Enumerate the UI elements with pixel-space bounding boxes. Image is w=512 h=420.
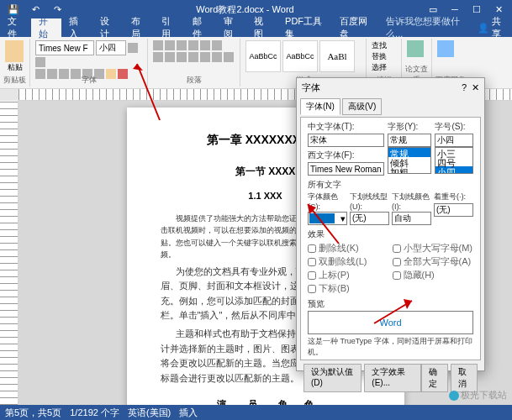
hidden-check[interactable]: 隐藏(H) [393,269,474,281]
super-check[interactable]: 上标(P) [308,269,389,281]
align-left-icon[interactable] [153,52,163,62]
group-font: 字体 [30,75,147,86]
cn-font-input[interactable]: 宋体 [308,134,384,147]
bullets-icon[interactable] [153,40,163,50]
dialog-title: 字体 [302,81,320,94]
west-font-input[interactable]: Times New Roman [308,162,384,176]
cancel-button[interactable]: 取消 [451,364,478,392]
numbering-icon[interactable] [165,40,175,50]
dialog-tab-font[interactable]: 字体(N) [300,98,340,115]
baidu-save-icon[interactable] [437,40,454,57]
emphasis-label: 着重号(·): [434,192,473,202]
effects-label: 效果 [308,228,473,240]
status-insert[interactable]: 插入 [179,407,198,419]
font-note: 这是一种 TrueType 字体，同时适用于屏幕和打印机。 [308,334,473,360]
indent-right-icon[interactable] [200,40,210,50]
smallcaps-check[interactable]: 小型大写字母(M) [393,242,474,255]
text-effects-button[interactable]: 文字效果(E)... [364,364,421,392]
status-lang[interactable]: 英语(美国) [128,407,171,419]
indent-left-icon[interactable] [188,40,198,50]
watermark: 极光下载站 [449,389,507,402]
shrink-font-icon[interactable] [35,57,45,67]
tab-file[interactable]: 文件 [0,18,31,37]
window-title: Word教程2.docx - Word [67,3,423,16]
style-input[interactable]: 常规 [388,134,431,147]
line-spacing-icon[interactable] [200,52,210,62]
font-dialog: 字体 ? ✕ 字体(N) 高级(V) 中文字体(T): 宋体 西文字体(F): … [296,77,485,371]
size-label: 字号(S): [435,121,473,133]
size-input[interactable]: 小四 [435,134,473,147]
tab-mailings[interactable]: 邮件 [185,18,216,37]
preview-box: Word [308,311,473,334]
all-text-label: 所有文字 [308,179,473,191]
dstrike-check[interactable]: 双删除线(L) [308,255,389,268]
style-list[interactable]: 常规 倾斜 加粗 [388,147,431,174]
find-button[interactable]: 查找 [372,40,396,51]
tab-design[interactable]: 设计 [92,18,124,37]
dialog-close-icon[interactable]: ✕ [472,82,479,93]
shading-icon[interactable] [212,52,222,62]
share-button[interactable]: 👤共享 [471,15,512,40]
default-button[interactable]: 设为默认值(D) [304,364,362,392]
ucolor-select[interactable]: 自动 [392,212,431,225]
style-label: 字形(Y): [388,121,431,133]
ucolor-label: 下划线颜色(I): [392,192,431,211]
dialog-tab-advanced[interactable]: 高级(V) [342,98,382,115]
share-icon: 👤 [478,23,489,34]
style-normal[interactable]: AaBbCc [245,40,281,72]
group-paragraph: 段落 [148,75,240,86]
font-size-input[interactable]: 小四 [96,40,126,55]
style-nospace[interactable]: AaBbCc [282,40,318,72]
status-page[interactable]: 第5页，共5页 [5,407,61,419]
tab-references[interactable]: 引用 [154,18,185,37]
align-justify-icon[interactable] [188,52,198,62]
tab-view[interactable]: 视图 [246,18,277,37]
dialog-help-icon[interactable]: ? [462,82,467,93]
plagiarism-icon[interactable] [407,40,424,57]
preview-label: 预览 [308,298,473,310]
tab-insert[interactable]: 插入 [61,18,92,37]
sub-check[interactable]: 下标(B) [308,282,389,295]
multilevel-icon[interactable] [177,40,187,50]
underline-select[interactable]: (无) [350,212,389,225]
watermark-logo-icon [449,391,459,401]
tab-review[interactable]: 审阅 [216,18,247,37]
strike-check[interactable]: 删除线(K) [308,242,389,255]
vertical-ruler[interactable] [0,101,18,412]
select-button[interactable]: 选择 [372,62,396,73]
cn-font-label: 中文字体(T): [308,121,384,133]
allcaps-check[interactable]: 全部大写字母(A) [393,255,474,268]
underline-label: 下划线线型(U): [350,192,389,211]
status-words[interactable]: 1/2192 个字 [70,407,119,419]
color-label: 字体颜色(C): [308,192,347,211]
west-font-label: 西文字体(F): [308,150,384,161]
align-center-icon[interactable] [165,52,175,62]
align-right-icon[interactable] [177,52,187,62]
sort-icon[interactable] [212,40,222,50]
ok-button[interactable]: 确定 [421,364,448,392]
tab-home[interactable]: 开始 [31,18,62,37]
tab-pdf[interactable]: PDF工具集 [277,18,332,37]
font-color-select[interactable]: ▾ [308,212,347,225]
tab-layout[interactable]: 布局 [124,18,155,37]
tab-baidu[interactable]: 百度网盘 [332,18,378,37]
tell-me[interactable]: 告诉我您想要做什么... [378,18,471,37]
borders-icon[interactable] [224,52,234,62]
font-family-input[interactable]: Times New F [35,40,94,55]
emphasis-select[interactable]: (无) [434,203,473,217]
paste-label: 粘贴 [5,62,24,73]
style-heading1[interactable]: AaBl [319,40,355,72]
group-clipboard: 剪贴板 [0,75,29,86]
size-list[interactable]: 小三 四号 小四 [435,147,473,174]
grow-font-icon[interactable] [128,43,138,53]
replace-button[interactable]: 替换 [372,51,396,62]
paste-icon[interactable] [5,40,24,62]
